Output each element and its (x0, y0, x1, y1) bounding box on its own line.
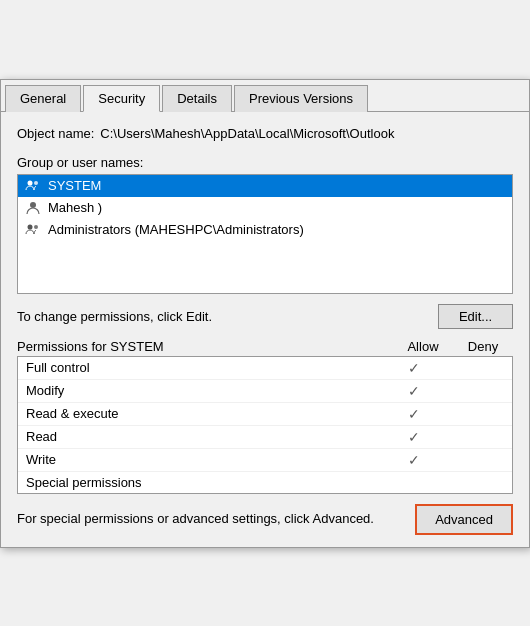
group-icon (24, 178, 42, 194)
perm-read-allow: ✓ (384, 429, 444, 445)
perm-row-read-execute: Read & execute ✓ (18, 403, 512, 426)
security-dialog: General Security Details Previous Versio… (0, 79, 530, 548)
perm-full-control-label: Full control (26, 360, 384, 375)
advanced-button[interactable]: Advanced (415, 504, 513, 535)
user-item-system[interactable]: SYSTEM (18, 175, 512, 197)
user-administrators-label: Administrators (MAHESHPC\Administrators) (48, 222, 506, 237)
perm-row-modify: Modify ✓ (18, 380, 512, 403)
perm-read-execute-label: Read & execute (26, 406, 384, 421)
perm-full-control-allow: ✓ (384, 360, 444, 376)
svg-point-1 (34, 181, 38, 185)
administrators-icon (24, 222, 42, 238)
user-icon (24, 200, 42, 216)
object-name-label: Object name: (17, 126, 94, 141)
user-mahesh-label: Mahesh ) (48, 200, 506, 215)
perm-row-full-control: Full control ✓ (18, 357, 512, 380)
tab-details[interactable]: Details (162, 85, 232, 112)
svg-point-4 (34, 225, 38, 229)
tab-bar: General Security Details Previous Versio… (1, 80, 529, 112)
user-system-label: SYSTEM (48, 178, 506, 193)
users-list[interactable]: SYSTEM Mahesh ) (17, 174, 513, 294)
change-permissions-row: To change permissions, click Edit. Edit.… (17, 304, 513, 329)
group-users-label: Group or user names: (17, 155, 513, 170)
perm-read-label: Read (26, 429, 384, 444)
perm-special-label: Special permissions (26, 475, 384, 490)
svg-point-0 (28, 180, 33, 185)
bottom-text: For special permissions or advanced sett… (17, 510, 405, 528)
tab-general[interactable]: General (5, 85, 81, 112)
perm-row-special: Special permissions (18, 472, 512, 493)
user-item-mahesh[interactable]: Mahesh ) (18, 197, 512, 219)
object-name-row: Object name: C:\Users\Mahesh\AppData\Loc… (17, 126, 513, 141)
permissions-section: Permissions for SYSTEM Allow Deny Full c… (17, 339, 513, 494)
perm-write-allow: ✓ (384, 452, 444, 468)
permissions-table: Full control ✓ Modify ✓ Read & execute ✓… (17, 356, 513, 494)
perm-modify-allow: ✓ (384, 383, 444, 399)
perm-modify-label: Modify (26, 383, 384, 398)
svg-point-2 (30, 202, 36, 208)
perm-write-label: Write (26, 452, 384, 467)
perm-row-write: Write ✓ (18, 449, 512, 472)
edit-button[interactable]: Edit... (438, 304, 513, 329)
perm-row-read: Read ✓ (18, 426, 512, 449)
change-permissions-text: To change permissions, click Edit. (17, 309, 212, 324)
permissions-header: Permissions for SYSTEM Allow Deny (17, 339, 513, 354)
tab-previous-versions[interactable]: Previous Versions (234, 85, 368, 112)
svg-point-3 (28, 224, 33, 229)
permissions-for-label: Permissions for SYSTEM (17, 339, 393, 354)
perm-read-execute-allow: ✓ (384, 406, 444, 422)
bottom-section: For special permissions or advanced sett… (17, 504, 513, 535)
object-name-value: C:\Users\Mahesh\AppData\Local\Microsoft\… (100, 126, 394, 141)
deny-header: Deny (453, 339, 513, 354)
tab-security[interactable]: Security (83, 85, 160, 112)
tab-content: Object name: C:\Users\Mahesh\AppData\Loc… (1, 112, 529, 547)
allow-header: Allow (393, 339, 453, 354)
user-item-administrators[interactable]: Administrators (MAHESHPC\Administrators) (18, 219, 512, 241)
